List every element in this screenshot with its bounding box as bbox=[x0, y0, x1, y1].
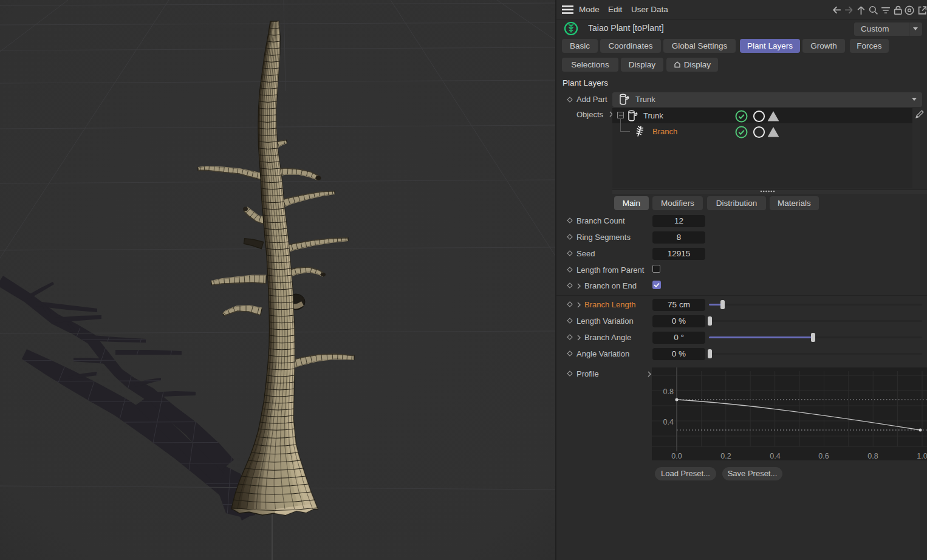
svg-text:0.6: 0.6 bbox=[818, 452, 829, 460]
svg-text:0.8: 0.8 bbox=[867, 452, 878, 460]
svg-text:0.0: 0.0 bbox=[671, 452, 682, 460]
svg-text:0.2: 0.2 bbox=[720, 452, 731, 460]
svg-text:0.4: 0.4 bbox=[770, 452, 780, 460]
svg-text:0.4: 0.4 bbox=[663, 418, 674, 426]
svg-text:1.0: 1.0 bbox=[917, 452, 927, 460]
svg-text:0.8: 0.8 bbox=[663, 388, 674, 396]
